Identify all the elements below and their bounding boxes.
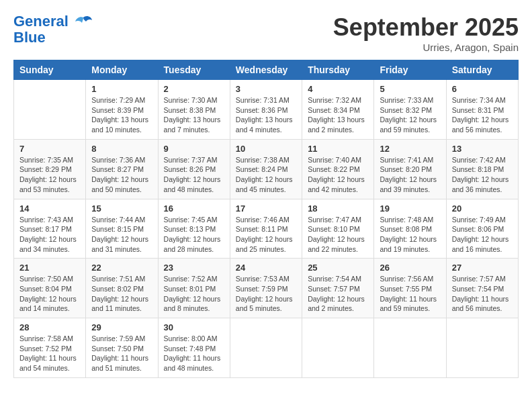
day-detail: Sunrise: 7:40 AMSunset: 8:22 PMDaylight:… — [308, 155, 368, 195]
calendar-cell: 3Sunrise: 7:31 AMSunset: 8:36 PMDaylight… — [230, 80, 302, 140]
day-number: 1 — [91, 84, 152, 94]
calendar-header-row: SundayMondayTuesdayWednesdayThursdayFrid… — [14, 60, 519, 80]
col-header-wednesday: Wednesday — [230, 60, 302, 80]
calendar-cell: 9Sunrise: 7:37 AMSunset: 8:26 PMDaylight… — [158, 139, 230, 199]
day-detail: Sunrise: 7:38 AMSunset: 8:24 PMDaylight:… — [236, 155, 296, 195]
calendar-cell: 27Sunrise: 7:57 AMSunset: 7:54 PMDayligh… — [446, 259, 518, 318]
day-number: 24 — [236, 263, 296, 273]
day-detail: Sunrise: 7:37 AMSunset: 8:26 PMDaylight:… — [164, 155, 224, 195]
day-number: 4 — [308, 84, 368, 94]
col-header-saturday: Saturday — [446, 60, 518, 80]
logo-general: General — [13, 13, 69, 30]
day-detail: Sunrise: 7:46 AMSunset: 8:11 PMDaylight:… — [236, 215, 296, 255]
day-number: 12 — [380, 144, 440, 154]
calendar-cell: 29Sunrise: 7:59 AMSunset: 7:50 PMDayligh… — [86, 318, 158, 378]
calendar-cell: 26Sunrise: 7:56 AMSunset: 7:55 PMDayligh… — [374, 259, 446, 318]
calendar-cell: 12Sunrise: 7:41 AMSunset: 8:20 PMDayligh… — [374, 139, 446, 199]
day-number: 29 — [91, 322, 152, 332]
day-number: 20 — [452, 203, 513, 214]
day-detail: Sunrise: 7:49 AMSunset: 8:06 PMDaylight:… — [452, 215, 513, 255]
day-number: 6 — [452, 84, 513, 94]
day-detail: Sunrise: 7:35 AMSunset: 8:29 PMDaylight:… — [19, 155, 80, 195]
col-header-monday: Monday — [86, 60, 158, 80]
day-number: 21 — [19, 263, 80, 273]
day-number: 23 — [164, 263, 224, 273]
day-detail: Sunrise: 7:54 AMSunset: 7:57 PMDaylight:… — [308, 274, 368, 314]
day-detail: Sunrise: 7:47 AMSunset: 8:10 PMDaylight:… — [308, 215, 368, 255]
calendar-cell — [230, 318, 302, 378]
calendar-cell: 10Sunrise: 7:38 AMSunset: 8:24 PMDayligh… — [230, 139, 302, 199]
day-detail: Sunrise: 7:45 AMSunset: 8:13 PMDaylight:… — [164, 215, 224, 255]
day-detail: Sunrise: 7:41 AMSunset: 8:20 PMDaylight:… — [380, 155, 440, 195]
calendar-cell: 20Sunrise: 7:49 AMSunset: 8:06 PMDayligh… — [446, 199, 518, 259]
day-number: 14 — [19, 203, 80, 214]
day-detail: Sunrise: 7:33 AMSunset: 8:32 PMDaylight:… — [380, 95, 440, 135]
month-title: September 2025 — [333, 13, 519, 42]
month-info: September 2025 Urries, Aragon, Spain — [333, 13, 519, 53]
calendar-cell: 16Sunrise: 7:45 AMSunset: 8:13 PMDayligh… — [158, 199, 230, 259]
day-detail: Sunrise: 7:50 AMSunset: 8:04 PMDaylight:… — [19, 274, 80, 314]
calendar-cell — [302, 318, 374, 378]
calendar-cell: 23Sunrise: 7:52 AMSunset: 8:01 PMDayligh… — [158, 259, 230, 318]
day-detail: Sunrise: 7:59 AMSunset: 7:50 PMDaylight:… — [91, 334, 152, 373]
day-number: 25 — [308, 263, 368, 273]
calendar-cell: 13Sunrise: 7:42 AMSunset: 8:18 PMDayligh… — [446, 139, 518, 199]
day-number: 17 — [236, 203, 296, 214]
logo-bird-icon — [74, 15, 93, 30]
day-detail: Sunrise: 7:48 AMSunset: 8:08 PMDaylight:… — [380, 215, 440, 255]
calendar-week-row: 14Sunrise: 7:43 AMSunset: 8:17 PMDayligh… — [14, 199, 519, 259]
day-number: 7 — [19, 144, 80, 154]
day-number: 9 — [164, 144, 224, 154]
day-detail: Sunrise: 8:00 AMSunset: 7:48 PMDaylight:… — [164, 334, 224, 373]
day-number: 11 — [308, 144, 368, 154]
day-number: 16 — [164, 203, 224, 214]
calendar-cell: 19Sunrise: 7:48 AMSunset: 8:08 PMDayligh… — [374, 199, 446, 259]
day-detail: Sunrise: 7:36 AMSunset: 8:27 PMDaylight:… — [91, 155, 152, 195]
calendar-cell: 15Sunrise: 7:44 AMSunset: 8:15 PMDayligh… — [86, 199, 158, 259]
calendar-cell: 21Sunrise: 7:50 AMSunset: 8:04 PMDayligh… — [14, 259, 86, 318]
calendar-cell — [14, 80, 86, 140]
calendar-cell: 14Sunrise: 7:43 AMSunset: 8:17 PMDayligh… — [14, 199, 86, 259]
day-number: 3 — [236, 84, 296, 94]
day-number: 28 — [19, 322, 80, 332]
day-detail: Sunrise: 7:52 AMSunset: 8:01 PMDaylight:… — [164, 274, 224, 314]
col-header-sunday: Sunday — [14, 60, 86, 80]
calendar-week-row: 1Sunrise: 7:29 AMSunset: 8:39 PMDaylight… — [14, 80, 519, 140]
day-number: 19 — [380, 203, 440, 214]
calendar-cell: 7Sunrise: 7:35 AMSunset: 8:29 PMDaylight… — [14, 139, 86, 199]
day-detail: Sunrise: 7:42 AMSunset: 8:18 PMDaylight:… — [452, 155, 513, 195]
col-header-thursday: Thursday — [302, 60, 374, 80]
day-detail: Sunrise: 7:29 AMSunset: 8:39 PMDaylight:… — [91, 95, 152, 135]
day-detail: Sunrise: 7:56 AMSunset: 7:55 PMDaylight:… — [380, 274, 440, 314]
location: Urries, Aragon, Spain — [333, 42, 519, 53]
calendar-cell: 1Sunrise: 7:29 AMSunset: 8:39 PMDaylight… — [86, 80, 158, 140]
calendar-cell: 11Sunrise: 7:40 AMSunset: 8:22 PMDayligh… — [302, 139, 374, 199]
day-number: 2 — [164, 84, 224, 94]
calendar-cell: 18Sunrise: 7:47 AMSunset: 8:10 PMDayligh… — [302, 199, 374, 259]
calendar-cell: 6Sunrise: 7:34 AMSunset: 8:31 PMDaylight… — [446, 80, 518, 140]
calendar-cell: 8Sunrise: 7:36 AMSunset: 8:27 PMDaylight… — [86, 139, 158, 199]
calendar-week-row: 7Sunrise: 7:35 AMSunset: 8:29 PMDaylight… — [14, 139, 519, 199]
logo-blue: Blue — [13, 30, 93, 46]
day-number: 8 — [91, 144, 152, 154]
calendar-cell: 2Sunrise: 7:30 AMSunset: 8:38 PMDaylight… — [158, 80, 230, 140]
day-detail: Sunrise: 7:32 AMSunset: 8:34 PMDaylight:… — [308, 95, 368, 135]
calendar-cell: 22Sunrise: 7:51 AMSunset: 8:02 PMDayligh… — [86, 259, 158, 318]
logo-text: General — [13, 13, 93, 30]
day-number: 27 — [452, 263, 513, 273]
day-detail: Sunrise: 7:44 AMSunset: 8:15 PMDaylight:… — [91, 215, 152, 255]
calendar-cell: 28Sunrise: 7:58 AMSunset: 7:52 PMDayligh… — [14, 318, 86, 378]
logo: General Blue — [13, 13, 93, 46]
day-detail: Sunrise: 7:30 AMSunset: 8:38 PMDaylight:… — [164, 95, 224, 135]
calendar-cell: 30Sunrise: 8:00 AMSunset: 7:48 PMDayligh… — [158, 318, 230, 378]
day-detail: Sunrise: 7:31 AMSunset: 8:36 PMDaylight:… — [236, 95, 296, 135]
day-number: 30 — [164, 322, 224, 332]
day-number: 26 — [380, 263, 440, 273]
day-number: 18 — [308, 203, 368, 214]
day-detail: Sunrise: 7:57 AMSunset: 7:54 PMDaylight:… — [452, 274, 513, 314]
day-detail: Sunrise: 7:51 AMSunset: 8:02 PMDaylight:… — [91, 274, 152, 314]
col-header-friday: Friday — [374, 60, 446, 80]
calendar-cell: 4Sunrise: 7:32 AMSunset: 8:34 PMDaylight… — [302, 80, 374, 140]
page-header: General Blue September 2025 Urries, Arag… — [13, 13, 519, 53]
col-header-tuesday: Tuesday — [158, 60, 230, 80]
